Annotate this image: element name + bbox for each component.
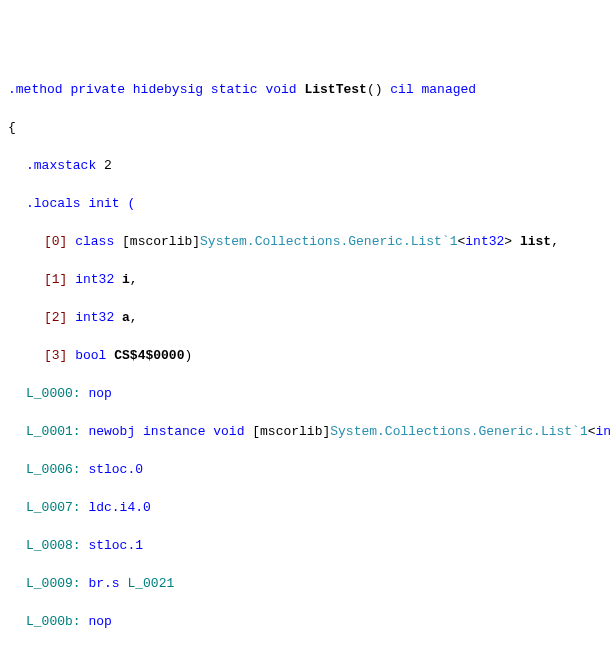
local-0: [0] class [mscorlib]System.Collections.G… xyxy=(8,232,604,251)
il-line: L_0006: stloc.0 xyxy=(8,460,604,479)
il-line: L_0007: ldc.i4.0 xyxy=(8,498,604,517)
local-3: [3] bool CS$4$0000) xyxy=(8,346,604,365)
il-line: L_0000: nop xyxy=(8,384,604,403)
il-line: L_0009: br.s L_0021 xyxy=(8,574,604,593)
method-signature: .method private hidebysig static void Li… xyxy=(8,80,604,99)
maxstack: .maxstack 2 xyxy=(8,156,604,175)
brace-open: { xyxy=(8,118,604,137)
il-line: L_0008: stloc.1 xyxy=(8,536,604,555)
local-1: [1] int32 i, xyxy=(8,270,604,289)
local-2: [2] int32 a, xyxy=(8,308,604,327)
il-line: L_0001: newobj instance void [mscorlib]S… xyxy=(8,422,604,441)
locals-init: .locals init ( xyxy=(8,194,604,213)
il-line: L_000b: nop xyxy=(8,612,604,631)
